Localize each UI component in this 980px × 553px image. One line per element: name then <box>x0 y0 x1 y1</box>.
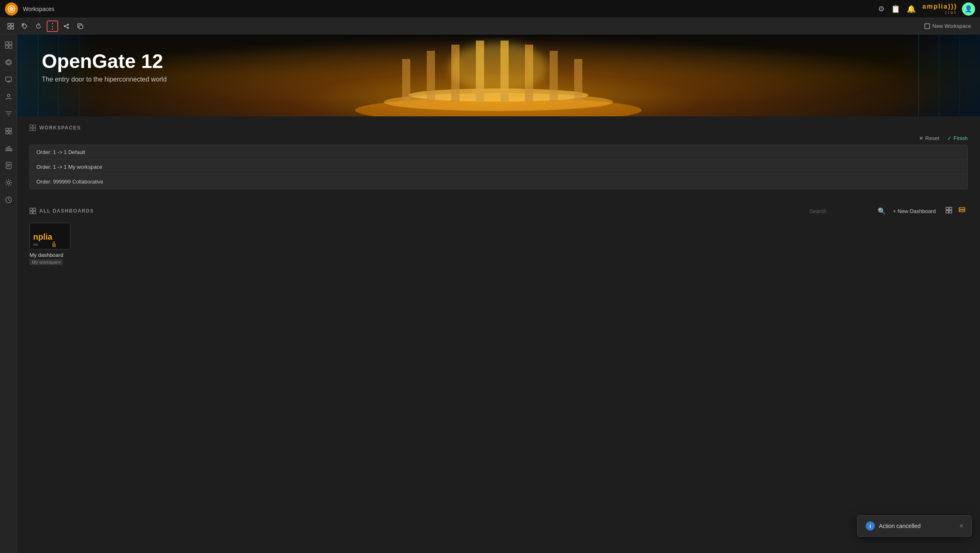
svg-rect-54 <box>946 211 948 213</box>
svg-rect-13 <box>5 42 8 45</box>
search-input[interactable] <box>810 208 875 214</box>
svg-rect-50 <box>30 211 32 214</box>
dashboard-thumbnail: nplia iiot <box>29 223 70 249</box>
reset-label: Reset <box>925 135 939 141</box>
hero-text: OpenGate 12 The entry door to the hiperc… <box>17 34 191 100</box>
refresh-button[interactable] <box>33 20 44 32</box>
svg-rect-21 <box>6 131 8 134</box>
svg-rect-20 <box>9 128 11 131</box>
workspaces-section: WORKSPACES ✕ Reset ✓ Finish Order: 1 -> … <box>17 116 980 197</box>
hero-banner: OpenGate 12 The entry door to the hiperc… <box>17 34 980 116</box>
workspaces-header: WORKSPACES <box>29 125 968 131</box>
brand-sub: iiot <box>945 10 957 15</box>
search-icon: 🔍 <box>878 207 886 215</box>
svg-rect-57 <box>959 210 965 212</box>
svg-rect-35 <box>402 59 410 102</box>
svg-text:iiot: iiot <box>33 243 38 247</box>
svg-rect-62 <box>55 244 56 247</box>
sidebar-item-dashboard[interactable] <box>2 39 15 52</box>
svg-rect-41 <box>550 51 558 102</box>
dashboards-section: ALL DASHBOARDS 🔍 + New Dashboard <box>17 197 980 273</box>
new-workspace-button[interactable]: New Workspace <box>920 21 975 31</box>
workspace-item-collaborative[interactable]: Order: 999999 Collaborative <box>30 175 967 189</box>
workspace-item-default[interactable]: Order: 1 -> 1 Default <box>30 145 967 160</box>
sidebar-item-history[interactable] <box>2 193 15 206</box>
svg-rect-51 <box>33 211 36 214</box>
svg-rect-49 <box>33 208 36 211</box>
finish-label: Finish <box>953 135 968 141</box>
app-logo[interactable] <box>5 2 18 16</box>
list-view-button[interactable] <box>956 206 968 216</box>
sidebar-item-grid[interactable] <box>2 125 15 138</box>
hide-button[interactable] <box>5 20 16 32</box>
view-toggle <box>943 206 968 216</box>
top-navbar: Workspaces ⚙ 📋 🔔 amplia))) iiot 👤 <box>0 0 980 18</box>
sidebar-item-layers[interactable] <box>2 56 15 69</box>
svg-rect-46 <box>30 128 32 131</box>
sidebar-item-user[interactable] <box>2 90 15 103</box>
tag-button[interactable] <box>19 20 30 32</box>
more-button[interactable]: ⋮ <box>47 20 58 32</box>
workspace-controls: ✕ Reset ✓ Finish <box>29 135 968 141</box>
sidebar-item-device[interactable] <box>2 73 15 86</box>
svg-point-24 <box>7 181 10 184</box>
svg-rect-12 <box>925 24 930 29</box>
svg-rect-53 <box>949 207 952 210</box>
sidebar <box>0 34 17 553</box>
sidebar-item-filter[interactable] <box>2 107 15 120</box>
workspace-item-my[interactable]: Order: 1 -> 1 My workspace <box>30 160 967 175</box>
reset-button[interactable]: ✕ Reset <box>919 135 939 141</box>
grid-view-button[interactable] <box>943 206 955 216</box>
svg-rect-16 <box>9 45 12 48</box>
svg-rect-17 <box>6 77 11 81</box>
svg-rect-52 <box>946 207 948 210</box>
svg-rect-3 <box>8 23 10 26</box>
document-icon[interactable]: 📋 <box>891 5 900 14</box>
svg-point-9 <box>68 27 69 28</box>
share-button[interactable] <box>61 20 72 32</box>
workspace-label: Workspaces <box>23 6 54 12</box>
toast-message: Action cancelled <box>879 523 955 529</box>
hero-title: OpenGate 12 <box>42 51 167 73</box>
dashboard-workspace-tag: My workspace <box>29 259 63 265</box>
svg-rect-19 <box>6 128 8 131</box>
finish-button[interactable]: ✓ Finish <box>947 135 968 141</box>
new-dashboard-button[interactable]: + New Dashboard <box>890 206 939 216</box>
reset-icon: ✕ <box>919 135 923 141</box>
nav-icons: ⚙ 📋 🔔 <box>878 5 916 14</box>
svg-point-18 <box>7 94 10 97</box>
svg-rect-45 <box>33 125 36 127</box>
workspaces-label: WORKSPACES <box>39 125 81 131</box>
svg-rect-55 <box>949 211 952 213</box>
new-workspace-label: New Workspace <box>932 23 971 29</box>
svg-rect-44 <box>30 125 32 127</box>
svg-rect-15 <box>5 45 8 48</box>
search-wrapper: 🔍 <box>810 207 886 215</box>
svg-rect-5 <box>8 27 10 29</box>
dashboards-section-title: ALL DASHBOARDS <box>29 208 806 214</box>
check-icon: ✓ <box>947 135 952 141</box>
svg-text:nplia: nplia <box>33 232 53 241</box>
toast-notification: i Action cancelled × <box>857 515 972 537</box>
svg-rect-47 <box>33 128 36 131</box>
toast-close-button[interactable]: × <box>960 523 963 529</box>
workspace-list: Order: 1 -> 1 Default Order: 1 -> 1 My w… <box>29 145 968 189</box>
toast-icon: i <box>866 521 875 530</box>
sidebar-item-chart[interactable] <box>2 142 15 155</box>
toolbar: ⋮ New Workspace <box>0 18 980 34</box>
settings-icon[interactable]: ⚙ <box>878 5 885 14</box>
dashboard-card-my[interactable]: nplia iiot My dashboard My workspace <box>29 223 79 265</box>
user-avatar[interactable]: 👤 <box>962 2 975 16</box>
svg-point-2 <box>11 8 12 10</box>
duplicate-button[interactable] <box>75 20 86 32</box>
sidebar-item-report[interactable] <box>2 159 15 172</box>
notification-icon[interactable]: 🔔 <box>907 5 916 14</box>
main-layout: OpenGate 12 The entry door to the hiperc… <box>0 34 980 553</box>
sidebar-item-settings[interactable] <box>2 176 15 189</box>
svg-rect-22 <box>9 131 11 134</box>
svg-rect-14 <box>9 42 12 45</box>
svg-point-43 <box>449 43 548 92</box>
content-area: OpenGate 12 The entry door to the hiperc… <box>17 34 980 553</box>
brand-name: amplia))) <box>922 3 957 10</box>
dashboard-name: My dashboard <box>29 252 79 258</box>
